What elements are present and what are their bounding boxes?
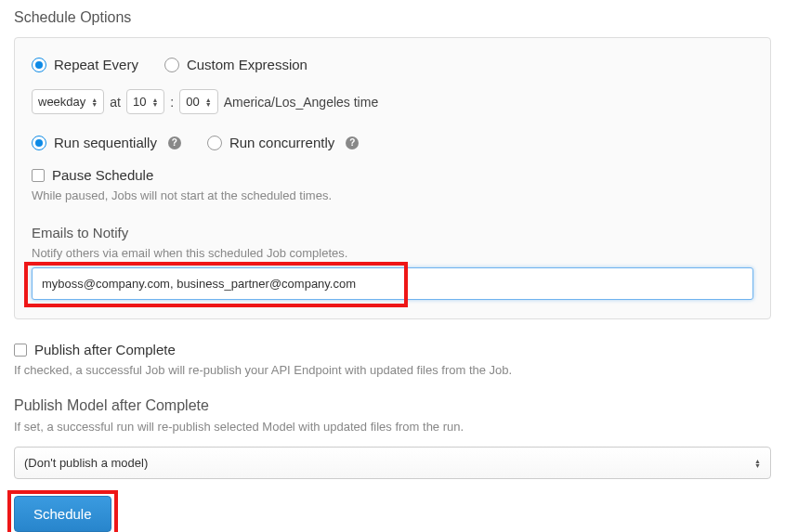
radio-icon: [32, 136, 46, 150]
select-arrows-icon: ▲▼: [754, 459, 761, 468]
section-title: Schedule Options: [14, 9, 771, 26]
select-arrows-icon: ▲▼: [205, 97, 212, 107]
emails-input[interactable]: [32, 267, 753, 300]
time-row: weekday ▲▼ at 10 ▲▼ : 00 ▲▼ America/Los_…: [32, 89, 753, 114]
publish-after-label[interactable]: Publish after Complete: [34, 342, 176, 357]
colon: :: [170, 95, 174, 110]
publish-model-title: Publish Model after Complete: [14, 397, 771, 414]
pause-schedule-hint: While paused, Jobs will not start at the…: [32, 188, 753, 202]
radio-icon: [32, 58, 46, 72]
custom-expression-radio[interactable]: Custom Expression: [164, 57, 307, 72]
help-icon[interactable]: ?: [346, 136, 359, 149]
emails-input-wrap: [32, 267, 753, 300]
pause-schedule-checkbox[interactable]: [32, 169, 45, 182]
pause-schedule-row: Pause Schedule: [32, 167, 753, 183]
weekday-select-value: weekday: [38, 95, 85, 109]
timezone-label: America/Los_Angeles time: [224, 95, 379, 110]
run-mode-group: Run sequentially ? Run concurrently ?: [32, 135, 359, 150]
run-sequential-radio[interactable]: Run sequentially ?: [32, 135, 181, 150]
repeat-mode-group: Repeat Every Custom Expression: [32, 57, 307, 72]
custom-expression-label: Custom Expression: [187, 57, 307, 72]
hour-select[interactable]: 10 ▲▼: [126, 89, 164, 114]
publish-after-checkbox[interactable]: [14, 344, 27, 357]
run-sequential-label: Run sequentially: [54, 135, 157, 150]
publish-model-select[interactable]: (Don't publish a model) ▲▼: [14, 447, 771, 479]
run-concurrent-label: Run concurrently: [229, 135, 334, 150]
emails-hint: Notify others via email when this schedu…: [32, 246, 753, 260]
schedule-options-box: Repeat Every Custom Expression weekday ▲…: [14, 37, 771, 319]
radio-icon: [164, 58, 179, 72]
run-concurrent-radio[interactable]: Run concurrently ?: [207, 135, 359, 150]
emails-title: Emails to Notify: [32, 225, 753, 240]
select-arrows-icon: ▲▼: [91, 97, 98, 107]
weekday-select[interactable]: weekday ▲▼: [32, 89, 104, 114]
at-label: at: [110, 95, 121, 110]
help-icon[interactable]: ?: [168, 136, 181, 149]
minute-select[interactable]: 00 ▲▼: [179, 89, 217, 114]
select-arrows-icon: ▲▼: [151, 97, 158, 107]
hour-select-value: 10: [133, 95, 146, 109]
publish-after-row: Publish after Complete: [14, 342, 771, 357]
minute-select-value: 00: [186, 95, 199, 109]
radio-icon: [207, 136, 222, 150]
publish-model-select-value: (Don't publish a model): [24, 456, 148, 470]
publish-model-hint: If set, a successful run will re-publish…: [14, 420, 771, 434]
pause-schedule-label[interactable]: Pause Schedule: [52, 167, 153, 183]
repeat-every-radio[interactable]: Repeat Every: [32, 57, 138, 72]
repeat-every-label: Repeat Every: [54, 57, 138, 72]
publish-after-hint: If checked, a successful Job will re-pub…: [14, 363, 771, 377]
schedule-button[interactable]: Schedule: [14, 496, 111, 532]
